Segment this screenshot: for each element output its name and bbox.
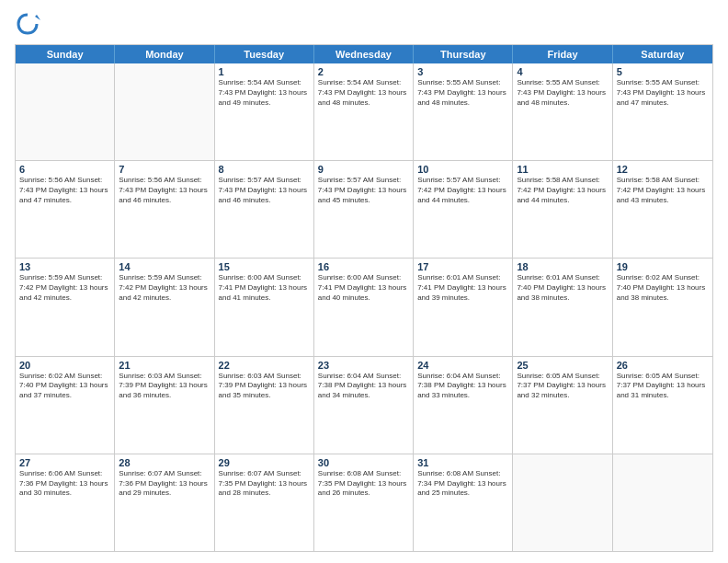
calendar-cell: 12Sunrise: 5:58 AM Sunset: 7:42 PM Dayli… [613,161,712,258]
calendar-cell: 23Sunrise: 6:04 AM Sunset: 7:38 PM Dayli… [314,357,414,454]
day-info: Sunrise: 6:06 AM Sunset: 7:36 PM Dayligh… [19,469,110,499]
calendar-cell [613,454,712,551]
calendar-cell: 29Sunrise: 6:07 AM Sunset: 7:35 PM Dayli… [215,454,314,551]
calendar-week-row: 6Sunrise: 5:56 AM Sunset: 7:43 PM Daylig… [16,161,712,259]
day-of-week-header: Thursday [414,45,513,63]
day-info: Sunrise: 6:05 AM Sunset: 7:37 PM Dayligh… [517,372,608,401]
day-number: 17 [417,261,508,272]
day-info: Sunrise: 6:03 AM Sunset: 7:39 PM Dayligh… [119,372,210,401]
day-number: 27 [19,457,110,468]
day-info: Sunrise: 6:08 AM Sunset: 7:34 PM Dayligh… [417,469,508,499]
day-number: 25 [517,360,608,371]
day-info: Sunrise: 6:04 AM Sunset: 7:38 PM Dayligh… [318,372,409,401]
day-info: Sunrise: 5:58 AM Sunset: 7:42 PM Dayligh… [517,176,608,205]
day-number: 21 [119,360,210,371]
day-number: 2 [318,66,409,77]
day-number: 31 [417,457,508,468]
day-info: Sunrise: 5:57 AM Sunset: 7:43 PM Dayligh… [318,176,409,205]
day-info: Sunrise: 6:07 AM Sunset: 7:36 PM Dayligh… [119,469,210,499]
calendar-cell: 4Sunrise: 5:55 AM Sunset: 7:43 PM Daylig… [513,63,612,160]
day-info: Sunrise: 5:55 AM Sunset: 7:43 PM Dayligh… [517,78,608,108]
day-of-week-header: Tuesday [215,45,314,63]
day-info: Sunrise: 5:59 AM Sunset: 7:42 PM Dayligh… [119,273,210,303]
day-number: 16 [318,261,409,272]
calendar-cell: 6Sunrise: 5:56 AM Sunset: 7:43 PM Daylig… [16,161,115,258]
day-number: 26 [617,360,709,371]
day-info: Sunrise: 5:55 AM Sunset: 7:43 PM Dayligh… [417,78,508,108]
calendar-cell: 9Sunrise: 5:57 AM Sunset: 7:43 PM Daylig… [314,161,414,258]
day-info: Sunrise: 5:57 AM Sunset: 7:43 PM Dayligh… [219,176,310,205]
day-number: 13 [19,261,110,272]
calendar-cell: 22Sunrise: 6:03 AM Sunset: 7:39 PM Dayli… [215,357,314,454]
day-info: Sunrise: 5:59 AM Sunset: 7:42 PM Dayligh… [19,273,110,303]
day-number: 1 [219,66,310,77]
calendar-cell: 18Sunrise: 6:01 AM Sunset: 7:40 PM Dayli… [513,259,612,355]
day-info: Sunrise: 6:03 AM Sunset: 7:39 PM Dayligh… [219,372,310,401]
day-of-week-header: Sunday [16,45,115,63]
day-info: Sunrise: 5:56 AM Sunset: 7:43 PM Dayligh… [119,176,210,205]
day-number: 8 [219,164,310,175]
day-number: 18 [517,261,608,272]
day-number: 20 [19,360,110,371]
calendar-cell: 20Sunrise: 6:02 AM Sunset: 7:40 PM Dayli… [16,357,115,454]
day-number: 28 [119,457,210,468]
day-of-week-header: Friday [513,45,612,63]
calendar-cell [115,63,214,160]
calendar-cell: 28Sunrise: 6:07 AM Sunset: 7:36 PM Dayli… [115,454,214,551]
calendar-body: 1Sunrise: 5:54 AM Sunset: 7:43 PM Daylig… [16,63,712,551]
day-info: Sunrise: 5:54 AM Sunset: 7:43 PM Dayligh… [318,78,409,108]
day-info: Sunrise: 6:01 AM Sunset: 7:41 PM Dayligh… [417,273,508,303]
calendar-cell: 14Sunrise: 5:59 AM Sunset: 7:42 PM Dayli… [115,259,214,355]
svg-marker-0 [35,15,40,20]
day-info: Sunrise: 5:58 AM Sunset: 7:42 PM Dayligh… [617,176,709,205]
day-info: Sunrise: 6:02 AM Sunset: 7:40 PM Dayligh… [19,372,110,401]
day-info: Sunrise: 6:00 AM Sunset: 7:41 PM Dayligh… [219,273,310,303]
calendar-cell: 5Sunrise: 5:55 AM Sunset: 7:43 PM Daylig… [613,63,712,160]
calendar-cell: 13Sunrise: 5:59 AM Sunset: 7:42 PM Dayli… [16,259,115,355]
day-of-week-header: Wednesday [314,45,414,63]
calendar-cell: 2Sunrise: 5:54 AM Sunset: 7:43 PM Daylig… [314,63,414,160]
day-info: Sunrise: 6:02 AM Sunset: 7:40 PM Dayligh… [617,273,709,303]
calendar-cell: 26Sunrise: 6:05 AM Sunset: 7:37 PM Dayli… [613,357,712,454]
day-info: Sunrise: 6:00 AM Sunset: 7:41 PM Dayligh… [318,273,409,303]
day-number: 30 [318,457,409,468]
day-number: 24 [417,360,508,371]
calendar-cell: 19Sunrise: 6:02 AM Sunset: 7:40 PM Dayli… [613,259,712,355]
day-of-week-header: Monday [115,45,214,63]
day-number: 3 [417,66,508,77]
calendar-cell: 11Sunrise: 5:58 AM Sunset: 7:42 PM Dayli… [513,161,612,258]
calendar-cell: 27Sunrise: 6:06 AM Sunset: 7:36 PM Dayli… [16,454,115,551]
calendar-week-row: 1Sunrise: 5:54 AM Sunset: 7:43 PM Daylig… [16,63,712,161]
day-number: 22 [219,360,310,371]
day-info: Sunrise: 5:55 AM Sunset: 7:43 PM Dayligh… [617,78,709,108]
calendar-cell: 30Sunrise: 6:08 AM Sunset: 7:35 PM Dayli… [314,454,414,551]
day-number: 7 [119,164,210,175]
day-number: 15 [219,261,310,272]
day-of-week-header: Saturday [613,45,712,63]
day-number: 11 [517,164,608,175]
calendar-week-row: 20Sunrise: 6:02 AM Sunset: 7:40 PM Dayli… [16,357,712,454]
calendar-cell: 10Sunrise: 5:57 AM Sunset: 7:42 PM Dayli… [414,161,513,258]
day-info: Sunrise: 6:04 AM Sunset: 7:38 PM Dayligh… [417,372,508,401]
day-number: 19 [617,261,709,272]
day-number: 4 [517,66,608,77]
calendar-cell: 15Sunrise: 6:00 AM Sunset: 7:41 PM Dayli… [215,259,314,355]
calendar-week-row: 13Sunrise: 5:59 AM Sunset: 7:42 PM Dayli… [16,259,712,356]
day-number: 5 [617,66,709,77]
calendar-cell: 24Sunrise: 6:04 AM Sunset: 7:38 PM Dayli… [414,357,513,454]
calendar-week-row: 27Sunrise: 6:06 AM Sunset: 7:36 PM Dayli… [16,454,712,551]
day-info: Sunrise: 5:54 AM Sunset: 7:43 PM Dayligh… [219,78,310,108]
calendar-cell: 21Sunrise: 6:03 AM Sunset: 7:39 PM Dayli… [115,357,214,454]
day-info: Sunrise: 6:08 AM Sunset: 7:35 PM Dayligh… [318,469,409,499]
day-number: 12 [617,164,709,175]
day-info: Sunrise: 6:07 AM Sunset: 7:35 PM Dayligh… [219,469,310,499]
calendar-cell: 1Sunrise: 5:54 AM Sunset: 7:43 PM Daylig… [215,63,314,160]
logo-icon [15,11,40,37]
day-info: Sunrise: 6:01 AM Sunset: 7:40 PM Dayligh… [517,273,608,303]
calendar-cell: 31Sunrise: 6:08 AM Sunset: 7:34 PM Dayli… [414,454,513,551]
day-number: 23 [318,360,409,371]
logo [15,11,44,37]
page: SundayMondayTuesdayWednesdayThursdayFrid… [0,0,728,563]
calendar-cell: 8Sunrise: 5:57 AM Sunset: 7:43 PM Daylig… [215,161,314,258]
day-info: Sunrise: 5:57 AM Sunset: 7:42 PM Dayligh… [417,176,508,205]
